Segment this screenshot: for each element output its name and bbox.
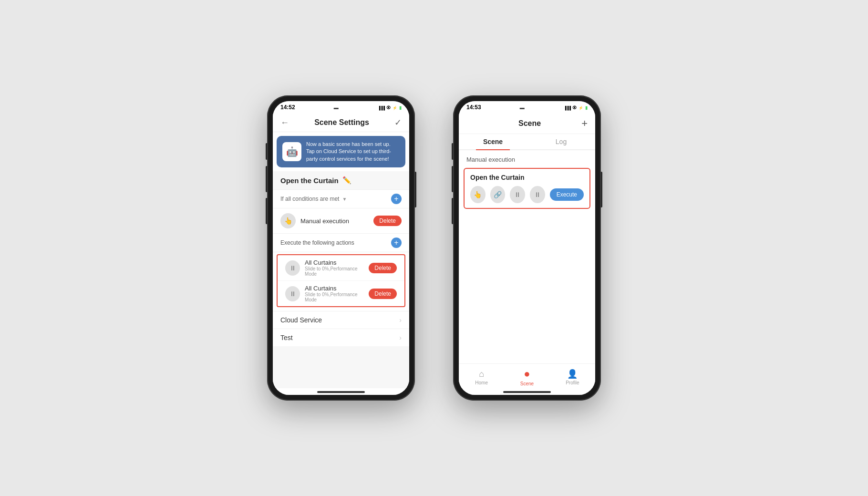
edit-icon[interactable]: ✏️ bbox=[342, 176, 351, 185]
scene-settings-header: ← Scene Settings ✓ bbox=[273, 113, 409, 132]
scene-name-label: Open the Curtain bbox=[280, 176, 339, 185]
curtain-left-1: ⏸ All Curtains Slide to 0%,Performance M… bbox=[285, 259, 369, 277]
status-icons-phone2 bbox=[564, 105, 588, 110]
cloud-service-row[interactable]: Cloud Service › bbox=[273, 311, 409, 329]
scene-name-row: Open the Curtain ✏️ bbox=[273, 171, 409, 190]
curtain-icon-1: ⏸ bbox=[285, 260, 300, 276]
home-indicator-2 bbox=[503, 391, 551, 393]
test-arrow: › bbox=[399, 334, 402, 341]
scene-tabs: Scene Log bbox=[459, 134, 595, 150]
check-button[interactable]: ✓ bbox=[394, 117, 402, 128]
tab-scene[interactable]: Scene bbox=[459, 134, 527, 149]
condition-bar: If all conditions are met ▼ + bbox=[273, 190, 409, 208]
banner-text: Now a basic scene has been set up. Tap o… bbox=[306, 141, 400, 163]
curtain-name-1: All Curtains bbox=[305, 259, 369, 266]
bottom-nav-bar: ⌂ Home ● Scene 👤 Profile bbox=[459, 363, 595, 388]
scene-card-title: Open the Curtain bbox=[470, 174, 584, 181]
nav-scene[interactable]: ● Scene bbox=[504, 364, 549, 388]
back-button[interactable]: ← bbox=[280, 118, 289, 128]
page-title: Scene Settings bbox=[314, 118, 369, 127]
actions-label: Execute the following actions bbox=[280, 239, 354, 246]
delete-curtain-2-button[interactable]: Delete bbox=[369, 289, 397, 299]
home-icon: ⌂ bbox=[479, 369, 484, 379]
time-phone1: 14:52 bbox=[280, 104, 295, 111]
setup-banner: 🤖 Now a basic scene has been set up. Tap… bbox=[277, 136, 405, 167]
status-bar-phone1: 14:52 ▬ bbox=[273, 101, 409, 113]
cloud-service-label: Cloud Service bbox=[280, 316, 322, 324]
battery-icon-2 bbox=[585, 105, 588, 110]
dropdown-icon[interactable]: ▼ bbox=[342, 196, 347, 202]
scene-label: Scene bbox=[520, 381, 534, 386]
wifi-icon-2 bbox=[572, 105, 577, 110]
phone1: 14:52 ▬ ← Scene Settings ✓ 🤖 Now a b bbox=[267, 95, 415, 401]
scene-card: Open the Curtain 👆 🔗 ⏸ ⏸ Execute bbox=[464, 168, 590, 209]
home-label: Home bbox=[475, 380, 488, 385]
curtain-row-2: ⏸ All Curtains Slide to 0%,Performance M… bbox=[278, 281, 404, 306]
status-bar-phone2: 14:53 ▬ bbox=[459, 101, 595, 113]
robot-icon: 🤖 bbox=[282, 142, 301, 161]
thumb-icon: 👆 bbox=[470, 186, 486, 203]
curtain-actions-box: ⏸ All Curtains Slide to 0%,Performance M… bbox=[277, 254, 405, 307]
delete-manual-button[interactable]: Delete bbox=[373, 216, 402, 226]
home-bar-phone1 bbox=[273, 388, 409, 395]
scene-title: Scene bbox=[478, 119, 581, 128]
manual-text: Manual execution bbox=[300, 217, 349, 225]
speaker-icon: ▬ bbox=[334, 105, 339, 110]
add-condition-button[interactable]: + bbox=[391, 194, 402, 204]
curtain-left-2: ⏸ All Curtains Slide to 0%,Performance M… bbox=[285, 285, 369, 302]
bolt-icon bbox=[393, 105, 397, 110]
nav-home[interactable]: ⌂ Home bbox=[459, 365, 504, 387]
curtain-info-2: All Curtains Slide to 0%,Performance Mod… bbox=[305, 285, 369, 302]
signal-icon bbox=[378, 105, 384, 110]
test-label: Test bbox=[280, 334, 293, 341]
battery-icon bbox=[399, 105, 402, 110]
phone2: 14:53 ▬ Scene + Scene Log bbox=[453, 95, 601, 401]
scene-header-phone2: Scene + bbox=[459, 113, 595, 134]
wifi-icon bbox=[386, 105, 391, 110]
nav-profile[interactable]: 👤 Profile bbox=[550, 365, 595, 387]
speaker-icon-2: ▬ bbox=[520, 105, 525, 110]
delete-curtain-1-button[interactable]: Delete bbox=[369, 263, 397, 273]
condition-label: If all conditions are met ▼ bbox=[280, 196, 347, 202]
profile-icon: 👤 bbox=[567, 369, 578, 379]
curtain-icon-2: ⏸ bbox=[285, 286, 300, 301]
tab-log[interactable]: Log bbox=[527, 134, 595, 149]
add-action-button[interactable]: + bbox=[391, 238, 402, 248]
curtain-icon-a: ⏸ bbox=[510, 186, 525, 203]
link-icon: 🔗 bbox=[490, 186, 506, 203]
signal-icon-2 bbox=[564, 105, 570, 110]
execute-button[interactable]: Execute bbox=[550, 188, 584, 201]
scene-icon: ● bbox=[524, 368, 530, 380]
time-phone2: 14:53 bbox=[466, 104, 481, 111]
manual-execution-label: Manual execution bbox=[459, 150, 595, 166]
curtain-icon-b: ⏸ bbox=[530, 186, 545, 203]
bolt-icon-2 bbox=[579, 105, 583, 110]
curtain-row-1: ⏸ All Curtains Slide to 0%,Performance M… bbox=[278, 255, 404, 281]
scene-icon-row: 👆 🔗 ⏸ ⏸ Execute bbox=[470, 186, 584, 203]
test-row[interactable]: Test › bbox=[273, 329, 409, 346]
cloud-service-arrow: › bbox=[399, 316, 402, 324]
profile-label: Profile bbox=[566, 380, 579, 385]
home-indicator bbox=[317, 391, 365, 393]
curtain-sub-1: Slide to 0%,Performance Mode bbox=[305, 266, 369, 277]
actions-section-header: Execute the following actions + bbox=[273, 234, 409, 252]
manual-execution-row: 👆 Manual execution Delete bbox=[273, 208, 409, 234]
curtain-sub-2: Slide to 0%,Performance Mode bbox=[305, 292, 369, 302]
curtain-info-1: All Curtains Slide to 0%,Performance Mod… bbox=[305, 259, 369, 277]
curtain-name-2: All Curtains bbox=[305, 285, 369, 292]
manual-left: 👆 Manual execution bbox=[280, 213, 349, 228]
status-icons-phone1 bbox=[378, 105, 402, 110]
home-bar-phone2 bbox=[459, 388, 595, 395]
manual-icon: 👆 bbox=[280, 213, 296, 228]
add-scene-button[interactable]: + bbox=[581, 117, 588, 130]
